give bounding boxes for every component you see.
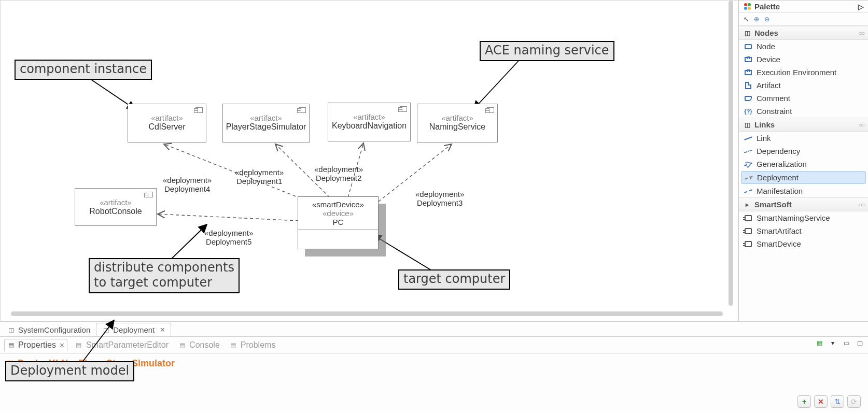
palette-item-label: Deployment — [757, 173, 799, 182]
glyph-icon — [744, 42, 752, 51]
glyph-icon — [744, 147, 752, 155]
view-tab-icon: ▤ — [7, 341, 15, 349]
glyph-icon — [744, 214, 752, 222]
artifact-ns[interactable]: «artifact»NamingService — [417, 104, 498, 143]
close-icon[interactable]: ✕ — [160, 326, 165, 334]
close-icon[interactable]: ✕ — [59, 341, 65, 349]
edge-label-deployment5[interactable]: «deployment»Deployment5 — [204, 229, 253, 246]
view-min-icon[interactable]: ▭ — [842, 339, 850, 347]
section-label: Nodes — [754, 29, 778, 37]
palette-item-execution-environment[interactable]: Execution Environment — [739, 66, 868, 79]
palette-item-smartnamingservice[interactable]: SmartNamingService — [739, 211, 868, 224]
palette: Palette ▷ ↖ ⊕ ⊖ ◫Nodes○○NodeDeviceExecut… — [738, 0, 868, 321]
artifact-stereo: «artifact» — [328, 112, 410, 121]
palette-item-generalization[interactable]: Generalization — [739, 158, 868, 170]
artifact-kbnav[interactable]: «artifact»KeyboardNavigation — [328, 103, 411, 141]
device-name: PC — [298, 218, 378, 226]
artifact-stereo: «artifact» — [75, 198, 156, 207]
delete-button[interactable]: ✕ — [814, 395, 828, 408]
artifact-cdl[interactable]: «artifact»CdlServer — [128, 104, 206, 143]
view-tab-console[interactable]: ▤Console — [176, 339, 222, 351]
palette-item-label: Link — [757, 134, 771, 143]
palette-collapse-icon[interactable]: ▷ — [858, 3, 864, 11]
callout-target-computer: target computer — [398, 269, 510, 290]
palette-item-dependency[interactable]: Dependency — [739, 145, 868, 158]
view-tab-icon: ▤ — [178, 341, 186, 349]
editor-tabs: ◫SystemConfiguration◫Deployment✕ — [0, 321, 868, 336]
glyph-icon — [744, 134, 752, 143]
drawer-icon[interactable]: ○○ — [859, 30, 864, 37]
view-tab-properties[interactable]: ▤Properties✕ — [4, 339, 67, 351]
section-label: SmartSoft — [754, 200, 792, 209]
palette-item-manifestation[interactable]: Manifestation — [739, 184, 868, 197]
editor-tab-systemconfiguration[interactable]: ◫SystemConfiguration — [1, 323, 96, 336]
palette-section-smartsoft[interactable]: ▸SmartSoft○○ — [739, 197, 868, 211]
palette-header[interactable]: Palette ▷ — [739, 1, 868, 13]
callout-ace-naming: ACE naming service — [480, 41, 614, 61]
reorder-button[interactable]: ⇅ — [831, 395, 844, 408]
editor-tab-deployment[interactable]: ◫Deployment✕ — [96, 323, 171, 336]
view-max-icon[interactable]: ▢ — [856, 339, 864, 347]
glyph-icon: {?} — [744, 107, 752, 116]
palette-zoom-out-icon[interactable]: ⊖ — [763, 15, 771, 23]
view-tabs: ▤Properties✕▤SmartParameterEditor▤Consol… — [0, 337, 868, 354]
palette-section-nodes[interactable]: ◫Nodes○○ — [739, 26, 868, 40]
palette-item-link[interactable]: Link — [739, 132, 868, 145]
palette-item-node[interactable]: Node — [739, 40, 868, 53]
drawer-icon[interactable]: ○○ — [859, 201, 864, 208]
tab-icon: ◫ — [7, 326, 15, 334]
edge-label-deployment4[interactable]: «deployment»Deployment4 — [163, 176, 212, 193]
tab-icon: ◫ — [102, 326, 110, 334]
callout-component-instance: component instance — [15, 60, 152, 80]
palette-item-smartdevice[interactable]: SmartDevice — [739, 237, 868, 250]
palette-item-smartartifact[interactable]: SmartArtifact — [739, 224, 868, 237]
palette-toolbar: ↖ ⊕ ⊖ — [739, 13, 868, 26]
view-new-icon[interactable]: ▦ — [815, 339, 823, 347]
canvas-hscroll[interactable] — [11, 311, 723, 316]
palette-item-deployment[interactable]: Deployment — [741, 171, 866, 184]
edge-label-deployment3[interactable]: «deployment»Deployment3 — [415, 190, 464, 207]
svg-line-4 — [158, 214, 299, 221]
artifact-stereo: «artifact» — [417, 113, 497, 122]
artifact-ear-icon — [487, 107, 494, 113]
tab-label: Deployment — [113, 325, 155, 334]
callout-deployment-model: Deployment model — [5, 361, 134, 381]
artifact-stereo: «artifact» — [128, 113, 206, 122]
canvas-vscroll[interactable] — [729, 1, 733, 306]
palette-item-label: SmartNamingService — [757, 213, 830, 222]
device-pc[interactable]: «smartDevice» «device» PC — [298, 196, 379, 249]
artifact-pss[interactable]: «artifact»PlayerStageSimulator — [222, 104, 310, 143]
glyph-icon — [744, 68, 752, 77]
view-menu-icon[interactable]: ▾ — [829, 339, 837, 347]
glyph-icon — [744, 240, 752, 248]
artifact-rc[interactable]: «artifact»RobotConsole — [75, 188, 157, 226]
drawer-icon[interactable]: ○○ — [859, 121, 864, 129]
view-tab-label: SmartParameterEditor — [86, 340, 169, 350]
palette-item-device[interactable]: Device — [739, 53, 868, 66]
view-tab-smartparametereditor[interactable]: ▤SmartParameterEditor — [73, 339, 171, 351]
artifact-name: KeyboardNavigation — [328, 121, 410, 131]
artifact-ear-icon — [146, 192, 153, 197]
palette-item-label: Artifact — [757, 81, 781, 90]
refresh-button[interactable]: ⟳ — [847, 395, 861, 408]
add-button[interactable]: + — [797, 395, 811, 408]
artifact-stereo: «artifact» — [223, 113, 309, 122]
palette-icon — [743, 3, 751, 11]
palette-item-comment[interactable]: Comment — [739, 92, 868, 105]
glyph-icon — [744, 160, 752, 168]
edge-label-deployment2[interactable]: «deployment»Deployment2 — [314, 165, 363, 182]
edge-label-deployment1[interactable]: «deployment»Deployment1 — [235, 168, 284, 186]
palette-title: Palette — [754, 2, 780, 11]
diagram-canvas[interactable]: «artifact»CdlServer«artifact»PlayerStage… — [0, 0, 738, 321]
palette-zoom-in-icon[interactable]: ⊕ — [752, 15, 761, 23]
palette-item-constraint[interactable]: {?}Constraint — [739, 105, 868, 118]
palette-cursor-icon[interactable]: ↖ — [742, 15, 750, 23]
palette-section-links[interactable]: ◫Links○○ — [739, 118, 868, 132]
glyph-icon — [745, 174, 753, 182]
palette-item-artifact[interactable]: Artifact — [739, 79, 868, 92]
prop-body-toolbar: + ✕ ⇅ ⟳ — [797, 395, 861, 408]
glyph-icon — [744, 227, 752, 235]
view-tab-problems[interactable]: ▤Problems — [227, 339, 278, 351]
palette-item-label: Node — [757, 42, 775, 51]
palette-item-label: Constraint — [757, 107, 792, 116]
